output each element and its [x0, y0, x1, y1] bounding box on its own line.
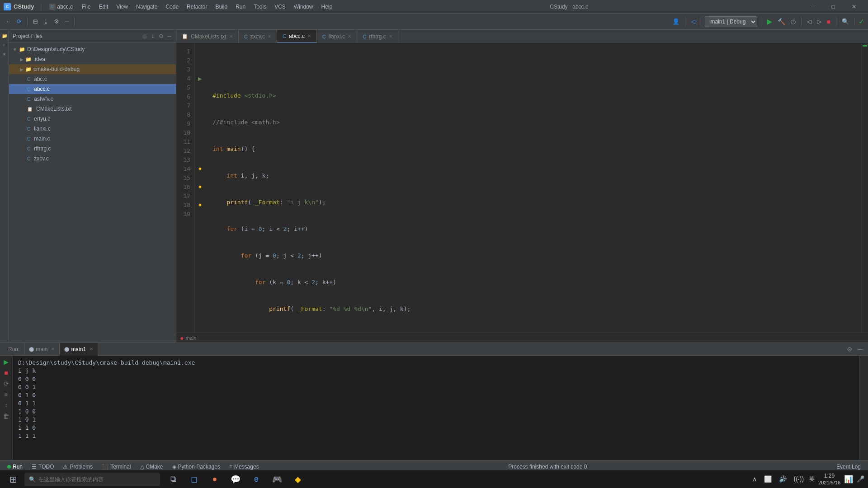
tree-item-abc[interactable]: C abc.c — [9, 74, 176, 84]
taskbar-notification-icon[interactable]: 📊 — [844, 475, 853, 483]
menu-code[interactable]: Code — [162, 3, 182, 11]
tree-item-cmakelists[interactable]: 📋 CMakeLists.txt — [9, 104, 176, 114]
toolbar-collapse[interactable]: ⤓ — [42, 15, 50, 28]
close-button[interactable]: ✕ — [844, 0, 864, 14]
menu-window[interactable]: Window — [290, 3, 317, 11]
run-tab-run[interactable]: Run: — [4, 343, 24, 356]
search-button[interactable]: 🔍 — [840, 15, 851, 28]
favorites-icon[interactable]: ★ — [0, 50, 9, 58]
run-scroll-btn[interactable]: ↕ — [2, 401, 11, 410]
tree-item-idea[interactable]: ▶ 📁 .idea — [9, 54, 176, 64]
tab-abcc-close[interactable]: ✕ — [307, 33, 311, 38]
menu-edit[interactable]: Edit — [95, 3, 112, 11]
warn-arrow-line14: ◆ — [194, 164, 205, 174]
menu-build[interactable]: Build — [212, 3, 231, 11]
menu-help[interactable]: Help — [318, 3, 336, 11]
taskbar-search[interactable]: 🔍 — [24, 473, 160, 486]
tree-item-lianxi[interactable]: C lianxi.c — [9, 124, 176, 134]
tab-lianxi-icon: C — [322, 34, 326, 39]
run-play-btn[interactable]: ▶ — [2, 357, 11, 366]
build-button[interactable]: 🔨 — [776, 15, 787, 28]
tree-label-ertyu: ertyu.c — [34, 116, 50, 122]
toolbar-back[interactable]: ← — [4, 15, 13, 28]
run-wrap-btn[interactable]: ≡ — [2, 390, 11, 399]
toolbar-sync[interactable]: ⟳ — [15, 15, 24, 28]
tab-lianxi[interactable]: C lianxi.c ✕ — [317, 30, 358, 43]
tab-zxcv-close[interactable]: ✕ — [268, 34, 271, 39]
run-tab-main1-close[interactable]: ✕ — [90, 347, 93, 352]
taskbar-volume-icon[interactable]: 🔊 — [777, 474, 788, 484]
run-clear-btn[interactable]: 🗑 — [2, 412, 11, 421]
taskbar-app-chrome[interactable]: ● — [205, 471, 224, 488]
taskbar-speech-icon[interactable]: 🎤 — [857, 475, 864, 483]
toolbar-settings[interactable]: ⚙ — [52, 15, 61, 28]
tree-item-main[interactable]: C main.c — [9, 134, 176, 144]
start-button[interactable]: ⊞ — [4, 471, 23, 488]
toolbar-sep5 — [761, 17, 761, 26]
maximize-button[interactable]: □ — [823, 0, 844, 14]
taskbar-app-edge[interactable]: e — [247, 471, 266, 488]
taskbar-app-browser1[interactable]: ◻ — [184, 471, 203, 488]
tab-cmake[interactable]: 📋 CMakeLists.txt ✕ — [176, 30, 239, 43]
locate-file-btn[interactable]: ◎ — [142, 32, 148, 40]
tab-rfhtrg[interactable]: C rfhtrg.c ✕ — [357, 30, 398, 43]
run-settings-btn[interactable]: ⚙ — [845, 345, 854, 354]
taskbar-arrow-icon[interactable]: ∧ — [750, 474, 759, 484]
titlebar: C CStudy C abcc.c File Edit View Navigat… — [0, 0, 868, 14]
toolbar-prev[interactable]: ◁ — [805, 15, 813, 28]
collapse-all-btn[interactable]: ⤓ — [150, 32, 156, 40]
coverage-button[interactable]: ◷ — [789, 15, 797, 28]
run-tab-main1[interactable]: ⬤ main1 ✕ — [60, 343, 98, 356]
taskbar-lang[interactable]: 英 — [809, 475, 815, 483]
taskbar-battery-icon[interactable]: ⬜ — [762, 474, 774, 484]
menu-vcs[interactable]: VCS — [271, 3, 289, 11]
menu-file[interactable]: File — [78, 3, 94, 11]
toolbar-nav-back[interactable]: ◁ — [689, 15, 697, 28]
run-minimize-btn[interactable]: ─ — [856, 345, 864, 354]
menu-run[interactable]: Run — [232, 3, 249, 11]
toolbar-close-panel[interactable]: ─ — [63, 15, 71, 28]
menu-view[interactable]: View — [113, 3, 132, 11]
tree-item-ertyu[interactable]: C ertyu.c — [9, 114, 176, 124]
run-button[interactable]: ▶ — [765, 15, 774, 28]
tab-cmake-close[interactable]: ✕ — [229, 34, 233, 39]
run-tab-main[interactable]: ⬤ main ✕ — [24, 343, 60, 356]
tab-zxcv[interactable]: C zxcv.c ✕ — [239, 30, 277, 43]
menu-navigate[interactable]: Navigate — [132, 3, 161, 11]
taskbar-app-wechat[interactable]: 💬 — [226, 471, 245, 488]
taskbar-app-taskview[interactable]: ⧉ — [164, 471, 183, 488]
panel-close-btn[interactable]: ─ — [166, 32, 172, 40]
taskbar-right: ∧ ⬜ 🔊 ((·)) 英 1:29 2021/5/16 📊 🎤 — [750, 473, 864, 486]
structure-icon[interactable]: ≡ — [0, 41, 9, 49]
run-tab-main-close[interactable]: ✕ — [51, 347, 55, 352]
tab-abcc[interactable]: C abcc.c ✕ — [277, 30, 317, 43]
taskbar-wifi-icon[interactable]: ((·)) — [792, 474, 806, 484]
toolbar-next[interactable]: ▷ — [815, 15, 823, 28]
toolbar-user[interactable]: 👤 — [670, 15, 681, 28]
run-stop-btn[interactable]: ■ — [2, 368, 11, 377]
run-rerun-btn[interactable]: ⟳ — [2, 379, 11, 388]
toolbar-structure[interactable]: ⊟ — [31, 15, 40, 28]
panel-settings-btn[interactable]: ⚙ — [158, 32, 165, 40]
code-content[interactable]: #include <stdio.h> //#include <math.h> i… — [205, 43, 862, 333]
minimize-button[interactable]: ─ — [802, 0, 823, 14]
taskbar-search-input[interactable] — [38, 476, 156, 483]
menu-refactor[interactable]: Refactor — [183, 3, 211, 11]
stop-button[interactable]: ■ — [825, 15, 832, 28]
tree-item-cmake-build[interactable]: ▶ 📁 cmake-build-debug — [9, 64, 176, 74]
tree-item-rfhtrg[interactable]: C rfhtrg.c — [9, 144, 176, 154]
tab-lianxi-close[interactable]: ✕ — [348, 34, 351, 39]
taskbar-app-misc[interactable]: ◆ — [288, 471, 307, 488]
tab-rfhtrg-close[interactable]: ✕ — [389, 34, 392, 39]
tree-item-root[interactable]: ▼ 📁 D:\Design\study\CStudy — [9, 44, 176, 54]
tree-item-asfwfv[interactable]: C asfwfv.c — [9, 94, 176, 104]
run-scrollbar[interactable] — [859, 356, 868, 460]
taskbar-app-game[interactable]: 🎮 — [268, 471, 287, 488]
editor-scrollbar[interactable] — [862, 43, 868, 333]
config-selector[interactable]: main1 | Debug — [705, 16, 757, 27]
tree-item-zxcv[interactable]: C zxcv.c — [9, 154, 176, 164]
menu-tools[interactable]: Tools — [250, 3, 270, 11]
project-icon[interactable]: 📁 — [0, 32, 9, 40]
taskbar-clock[interactable]: 1:29 2021/5/16 — [818, 473, 840, 486]
tree-item-abcc[interactable]: C abcc.c — [9, 84, 176, 94]
